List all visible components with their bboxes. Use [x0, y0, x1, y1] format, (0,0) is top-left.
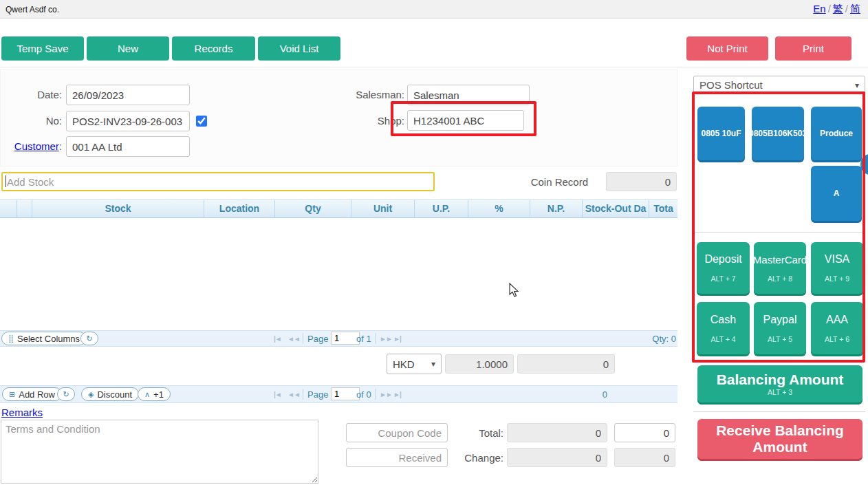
customer-input[interactable]	[66, 136, 190, 157]
customer-link[interactable]: Customer	[14, 140, 59, 152]
page-last-icon[interactable]: ►|	[393, 335, 401, 343]
refresh-rows-button[interactable]: ↻	[57, 387, 75, 401]
tag-icon: ◈	[88, 390, 94, 399]
stock-table-header: Stock Location Qty Unit U.P. % N.P. Stoc…	[0, 200, 677, 218]
add-row-icon: ⊞	[9, 390, 15, 399]
discount-button[interactable]: ◈Discount	[81, 387, 139, 401]
top-bar	[0, 0, 868, 19]
chevron-down-icon: ▾	[431, 359, 435, 369]
lang-en-link[interactable]: En	[813, 3, 825, 14]
col-unit[interactable]: Unit	[351, 200, 415, 217]
col-location[interactable]: Location	[204, 200, 275, 217]
shortcut-0805b106k503-button[interactable]: 0805B106K503	[752, 107, 804, 160]
sidebar-divider	[693, 411, 865, 412]
lang-traditional-link[interactable]: 繁	[833, 3, 843, 14]
sidebar-divider	[693, 232, 865, 233]
plus-one-label: +1	[153, 389, 164, 400]
invoice-no-checkbox[interactable]	[196, 116, 207, 127]
pos-invoice-screen: Qwert Asdf co. En/繁/简 Temp Save New Reco…	[0, 0, 868, 485]
col-row-action[interactable]	[17, 200, 32, 217]
paypal-shortcut: ALT + 5	[768, 335, 792, 343]
mastercard-button[interactable]: MasterCardALT + 8	[754, 242, 806, 294]
shortcut-0805-10uf-button[interactable]: 0805 10uF	[697, 107, 745, 160]
page-first-icon[interactable]: |◄	[274, 335, 281, 343]
received-input[interactable]	[346, 448, 448, 467]
salesman-label: Salesman:	[349, 89, 404, 100]
cash-shortcut: ALT + 4	[710, 335, 735, 343]
void-list-button[interactable]: Void List	[258, 36, 340, 61]
change-input	[507, 448, 607, 467]
cash-label: Cash	[710, 314, 736, 326]
not-print-button[interactable]: Not Print	[686, 36, 768, 61]
col-up[interactable]: U.P.	[415, 200, 468, 217]
receive-balancing-amount-button[interactable]: Receive Balancing Amount	[697, 419, 862, 459]
discount-label: Discount	[97, 389, 132, 400]
refresh-icon: ↻	[86, 334, 92, 343]
add-stock-input[interactable]	[1, 172, 435, 191]
page-input[interactable]	[331, 332, 360, 345]
visa-label: VISA	[825, 253, 849, 266]
customer-colon: :	[59, 140, 62, 152]
col-qty[interactable]: Qty	[275, 200, 351, 217]
balancing-amount-button[interactable]: Balancing AmountALT + 3	[697, 365, 862, 402]
lang-simplified-link[interactable]: 简	[850, 3, 860, 14]
visa-button[interactable]: VISAALT + 9	[811, 242, 863, 294]
remarks-link[interactable]: Remarks	[1, 407, 43, 418]
page-next-icon[interactable]: ►►	[380, 391, 392, 398]
qty-summary: Qty: 0	[647, 334, 676, 344]
col-stock[interactable]: Stock	[32, 200, 204, 217]
col-stock-out-date[interactable]: Stock-Out Da	[583, 200, 649, 217]
currency-select[interactable]: HKD▾	[387, 354, 442, 374]
page-last-icon[interactable]: ►|	[393, 391, 401, 398]
print-button[interactable]: Print	[775, 36, 851, 61]
lang-separator: /	[845, 3, 848, 14]
aaa-shortcut: ALT + 6	[825, 335, 849, 343]
deposit-button[interactable]: DepositALT + 7	[697, 242, 750, 294]
deposit-label: Deposit	[704, 253, 741, 266]
add-row-button[interactable]: ⊞Add Row	[2, 387, 62, 401]
visa-shortcut: ALT + 9	[825, 274, 849, 283]
chevron-up-icon: ∧	[144, 390, 150, 399]
cash-button[interactable]: CashALT + 4	[697, 302, 750, 354]
page-first-icon[interactable]: |◄	[274, 391, 281, 398]
col-np[interactable]: N.P.	[530, 200, 583, 217]
balancing-amount-label: Balancing Amount	[697, 371, 862, 388]
paypal-button[interactable]: PaypalALT + 5	[754, 302, 806, 354]
terms-textarea[interactable]	[1, 420, 318, 484]
collapse-plus-one-button[interactable]: ∧+1	[138, 387, 171, 401]
total-foreign-input[interactable]	[614, 423, 675, 442]
coin-record-label: Coin Record	[509, 176, 588, 188]
shortcut-produce-button[interactable]: Produce	[811, 107, 862, 160]
page-prev-icon[interactable]: ◄◄	[287, 391, 300, 398]
temp-save-button[interactable]: Temp Save	[1, 36, 84, 61]
lang-separator: /	[828, 3, 831, 14]
new-button[interactable]: New	[87, 36, 169, 61]
records-button[interactable]: Records	[172, 36, 255, 61]
coin-record-input	[606, 172, 677, 191]
add-row-label: Add Row	[19, 389, 55, 400]
refresh-icon: ↻	[63, 390, 69, 399]
pos-shortcut-select[interactable]: POS Shortcut▾	[693, 76, 865, 94]
total-label: Total:	[454, 427, 503, 439]
invoice-no-input[interactable]	[66, 111, 190, 131]
toolbar-divider	[0, 67, 868, 67]
page-next-icon[interactable]: ►►	[380, 335, 392, 343]
language-switcher: En/繁/简	[811, 3, 862, 16]
coupon-code-input[interactable]	[346, 423, 448, 442]
col-percent[interactable]: %	[468, 200, 530, 217]
page-prev-icon[interactable]: ◄◄	[287, 335, 300, 343]
refresh-grid-button[interactable]: ↻	[80, 332, 98, 345]
shortcut-a-button[interactable]: A	[811, 166, 862, 221]
salesman-input[interactable]	[407, 85, 530, 105]
col-total[interactable]: Tota	[649, 200, 677, 217]
page-input[interactable]	[331, 387, 360, 400]
select-columns-button[interactable]: ⣿Select Columns	[1, 332, 87, 345]
shop-input[interactable]	[407, 110, 524, 131]
exchange-rate-input	[445, 354, 514, 374]
aaa-button[interactable]: AAAALT + 6	[811, 302, 863, 354]
col-select[interactable]	[0, 200, 17, 217]
select-columns-label: Select Columns	[17, 334, 80, 344]
date-input[interactable]	[66, 85, 190, 105]
mouse-cursor	[509, 283, 521, 298]
customer-label-wrap: Customer:	[7, 140, 62, 153]
